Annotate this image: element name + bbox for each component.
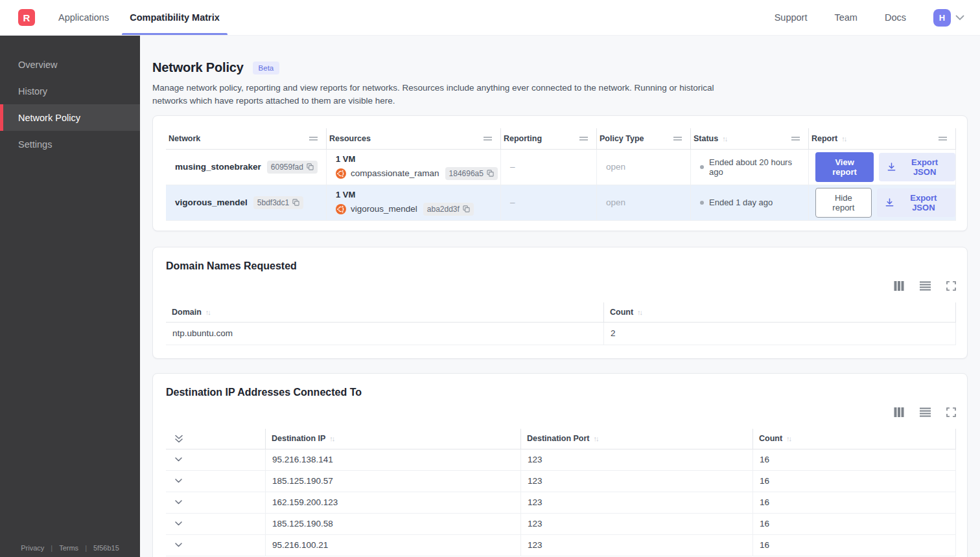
column-header-status: Status↑↓	[691, 128, 809, 149]
hide-report-button[interactable]: Hide report	[815, 188, 872, 218]
column-header-destination-ip: Destination IP ↑↓	[265, 429, 520, 449]
sidebar-item-network-policy[interactable]: Network Policy	[0, 104, 140, 131]
reporting-cell: –	[501, 185, 597, 220]
destination-ips-card: Destination IP Addresses Connected To De…	[152, 373, 968, 557]
hash-text: aba2dd3f	[427, 205, 460, 214]
column-drag-handle-icon[interactable]	[579, 136, 589, 141]
tab-compatibility-matrix[interactable]: Compatibility Matrix	[122, 0, 228, 35]
table-row: 95.216.138.141 123 16	[166, 449, 956, 471]
destination-port-cell: 123	[520, 471, 752, 492]
column-drag-handle-icon[interactable]	[938, 136, 948, 141]
count-cell: 16	[752, 535, 956, 556]
resource-hash-badge: aba2dd3f	[423, 203, 474, 216]
app-logo[interactable]: R	[18, 9, 35, 26]
count-cell: 16	[752, 514, 956, 534]
columns-icon[interactable]	[894, 407, 904, 417]
privacy-link[interactable]: Privacy	[21, 544, 44, 552]
sidebar-item-overview[interactable]: Overview	[0, 51, 140, 78]
count-cell: 16	[752, 449, 956, 470]
column-header-report: Report↑↓	[809, 128, 956, 149]
column-header-network: Network	[166, 128, 327, 149]
table-row: 162.159.200.123 123 16	[166, 492, 956, 514]
nav-right: Support Team Docs H	[775, 9, 964, 27]
export-json-button[interactable]: Export JSON	[879, 153, 955, 181]
domain-names-card: Domain Names Requested Domain ↑↓ Count ↑…	[152, 247, 968, 359]
status-dot	[700, 201, 704, 205]
sort-icon[interactable]: ↑↓	[329, 435, 334, 442]
chevron-down-icon[interactable]	[175, 457, 182, 462]
support-link[interactable]: Support	[775, 12, 808, 23]
column-label: Destination IP	[272, 434, 325, 443]
destinations-table: Destination IP ↑↓ Destination Port ↑↓ Co…	[166, 429, 956, 556]
table-row: 185.125.190.57 123 16	[166, 471, 956, 492]
beta-badge: Beta	[253, 62, 280, 74]
chevron-down-icon[interactable]	[175, 543, 182, 547]
footer-divider: |	[85, 544, 87, 552]
sort-icon[interactable]: ↑↓	[594, 435, 598, 442]
team-link[interactable]: Team	[834, 12, 857, 23]
copy-icon[interactable]	[307, 163, 314, 170]
report-cell: Hide report Export JSON	[809, 185, 956, 220]
copy-icon[interactable]	[487, 170, 494, 177]
chevron-down-icon[interactable]	[955, 15, 964, 21]
network-cell: musing_stonebraker 60959fad	[166, 150, 327, 185]
column-drag-handle-icon[interactable]	[791, 136, 800, 141]
sort-icon[interactable]: ↑↓	[637, 308, 642, 316]
table-row: 185.125.190.58 123 16	[166, 514, 956, 535]
column-header-policy-type: Policy Type	[597, 128, 691, 149]
column-drag-handle-icon[interactable]	[673, 136, 682, 141]
sort-icon[interactable]: ↑↓	[205, 308, 210, 316]
table-toolbar	[166, 281, 956, 291]
column-label: Network	[169, 134, 200, 143]
sort-icon[interactable]: ↑↓	[786, 435, 791, 442]
destination-port-cell: 123	[520, 535, 752, 556]
terms-link[interactable]: Terms	[59, 544, 78, 552]
column-header-domain: Domain ↑↓	[166, 302, 603, 322]
chevron-down-icon[interactable]	[175, 479, 182, 483]
expand-all-icon[interactable]	[175, 435, 183, 443]
top-nav: R Applications Compatibility Matrix Supp…	[0, 0, 980, 36]
sort-icon[interactable]: ↑↓	[722, 135, 727, 142]
status-dot	[700, 165, 704, 169]
page-title: Network Policy	[152, 60, 244, 75]
export-json-button[interactable]: Export JSON	[877, 188, 955, 217]
fullscreen-icon[interactable]	[946, 281, 956, 291]
chevron-down-icon[interactable]	[175, 521, 182, 526]
vm-count: 1 VM	[336, 154, 355, 164]
columns-icon[interactable]	[894, 281, 904, 291]
resource-name: vigorous_mendel	[351, 204, 417, 214]
chevron-down-icon[interactable]	[175, 500, 182, 505]
footer-divider: |	[51, 544, 52, 552]
row-density-icon[interactable]	[920, 407, 931, 417]
count-cell: 16	[752, 471, 956, 492]
sort-icon[interactable]: ↑↓	[841, 135, 846, 142]
network-name: musing_stonebraker	[175, 162, 261, 172]
vm-count: 1 VM	[336, 190, 355, 199]
user-menu[interactable]: H	[933, 9, 964, 27]
copy-icon[interactable]	[463, 205, 470, 212]
destination-ip-cell: 185.125.190.58	[265, 514, 520, 534]
table-toolbar	[166, 407, 956, 417]
docs-link[interactable]: Docs	[885, 12, 906, 23]
build-version: 5f56b15	[93, 544, 119, 552]
copy-icon[interactable]	[292, 199, 299, 206]
column-drag-handle-icon[interactable]	[309, 136, 318, 141]
column-label: Count	[610, 308, 633, 317]
column-drag-handle-icon[interactable]	[483, 136, 493, 141]
count-cell: 16	[752, 492, 956, 513]
column-label: Status	[694, 134, 718, 143]
card-title: Domain Names Requested	[166, 260, 956, 272]
avatar[interactable]: H	[933, 9, 951, 27]
column-label: Reporting	[504, 134, 542, 143]
row-density-icon[interactable]	[920, 281, 931, 291]
network-hash-badge: 60959fad	[267, 161, 318, 174]
card-title: Destination IP Addresses Connected To	[166, 387, 956, 398]
network-table-header: Network Resources Reporting Policy Type …	[166, 128, 956, 150]
tab-applications[interactable]: Applications	[51, 0, 117, 35]
column-label: Domain	[172, 308, 202, 317]
sidebar-item-history[interactable]: History	[0, 78, 140, 104]
policy-type-cell: open	[597, 150, 691, 185]
fullscreen-icon[interactable]	[946, 407, 956, 417]
sidebar-item-settings[interactable]: Settings	[0, 131, 140, 157]
view-report-button[interactable]: View report	[815, 152, 874, 182]
